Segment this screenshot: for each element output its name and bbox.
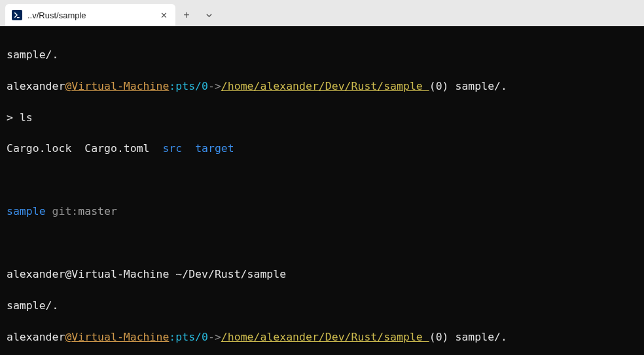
prompt-paren-open: ( <box>429 331 436 343</box>
ls-file: Cargo.toml <box>84 142 149 155</box>
prompt-path: /home/alexander/Dev/Rust/sample <box>221 331 429 343</box>
prompt-trail: sample/. <box>449 80 507 92</box>
prompt-gitnum: 0 <box>436 80 442 92</box>
prompt-arrow: -> <box>208 331 221 343</box>
prompt-arrow: -> <box>208 80 221 92</box>
ls-dir: src <box>162 142 182 155</box>
prompt-chevron: > <box>7 111 20 124</box>
prompt-at: @ <box>65 331 71 343</box>
prompt-host: Virtual-Machine <box>71 331 169 343</box>
prompt-tty: pts/0 <box>175 331 208 343</box>
close-tab-button[interactable]: ✕ <box>158 10 169 20</box>
prompt-colon: : <box>169 80 175 92</box>
active-tab[interactable]: ..v/Rust/sample ✕ <box>5 4 175 26</box>
new-tab-button[interactable]: + <box>175 4 198 26</box>
titlebar: ..v/Rust/sample ✕ + <box>0 0 644 26</box>
prompt-user: alexander <box>7 331 65 343</box>
blank-line <box>7 235 637 251</box>
ls-dir: target <box>195 142 234 155</box>
context-line: sample/. <box>7 299 58 312</box>
prompt-paren-close: ) <box>442 331 449 343</box>
prompt-path: /home/alexander/Dev/Rust/sample <box>221 80 429 92</box>
blank-line <box>7 172 637 188</box>
powershell-icon <box>12 10 22 20</box>
prompt-trail: sample/. <box>449 331 507 343</box>
ls-file: Cargo.lock <box>7 142 71 155</box>
prompt-gitnum: 0 <box>436 331 442 343</box>
tab-title: ..v/Rust/sample <box>27 10 153 20</box>
prompt-paren-close: ) <box>442 80 449 92</box>
git-label: git: <box>46 205 79 217</box>
prompt-user: alexander <box>7 80 65 92</box>
alt-prompt: alexander@Virtual-Machine ~/Dev/Rust/sam… <box>7 268 286 280</box>
prompt-colon: : <box>169 331 175 343</box>
terminal-output[interactable]: sample/. alexander@Virtual-Machine:pts/0… <box>0 26 644 355</box>
dir-name: sample <box>7 205 46 217</box>
command-ls: ls <box>20 111 33 124</box>
prompt-host: Virtual-Machine <box>71 80 169 92</box>
prompt-at: @ <box>65 80 71 92</box>
prompt-tty: pts/0 <box>175 80 208 92</box>
prompt-paren-open: ( <box>429 80 436 92</box>
git-branch: master <box>78 205 117 217</box>
context-line: sample/. <box>7 48 58 61</box>
tab-dropdown-button[interactable] <box>198 4 220 26</box>
